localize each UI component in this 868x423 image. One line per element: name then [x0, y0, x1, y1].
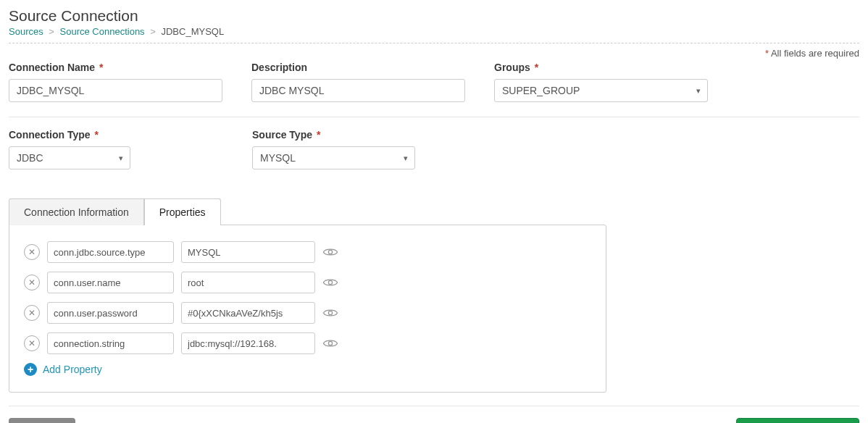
footer-actions: Cancel Update Connection	[9, 406, 859, 423]
breadcrumb: Sources > Source Connections > JDBC_MYSQ…	[9, 26, 859, 43]
property-key-input[interactable]	[47, 272, 174, 293]
breadcrumb-separator: >	[150, 26, 156, 37]
tab-properties[interactable]: Properties	[144, 198, 221, 225]
add-property-button[interactable]: + Add Property	[24, 363, 591, 376]
description-input[interactable]	[251, 79, 465, 102]
source-type-label: Source Type *	[252, 129, 415, 141]
property-value-input[interactable]	[181, 332, 315, 354]
property-row: ✕	[24, 302, 591, 324]
property-value-input[interactable]	[181, 272, 315, 293]
delete-property-button[interactable]: ✕	[24, 335, 40, 351]
groups-select[interactable]: SUPER_GROUP	[494, 79, 708, 102]
svg-point-1	[328, 280, 332, 284]
description-label: Description	[251, 62, 465, 73]
property-row: ✕	[24, 272, 591, 293]
property-row: ✕	[24, 241, 591, 263]
page-title: Source Connection	[9, 7, 859, 25]
connection-name-input[interactable]	[9, 79, 222, 102]
property-key-input[interactable]	[47, 332, 174, 354]
property-value-input[interactable]	[181, 241, 315, 263]
property-key-input[interactable]	[47, 302, 174, 324]
delete-property-button[interactable]: ✕	[24, 305, 40, 321]
tabs: Connection Information Properties	[9, 198, 859, 225]
breadcrumb-separator: >	[49, 26, 54, 37]
svg-point-2	[328, 311, 332, 314]
delete-property-button[interactable]: ✕	[24, 244, 40, 260]
add-property-label: Add Property	[43, 364, 102, 375]
properties-panel: ✕ ✕ ✕ ✕ + Add Property	[9, 225, 606, 393]
update-connection-button[interactable]: Update Connection	[736, 418, 859, 423]
required-fields-note: * All fields are required	[9, 48, 859, 59]
groups-label: Groups *	[494, 62, 708, 73]
eye-icon[interactable]	[322, 277, 338, 288]
eye-icon[interactable]	[322, 308, 338, 318]
connection-type-label: Connection Type *	[9, 129, 130, 141]
cancel-button[interactable]: Cancel	[9, 418, 75, 423]
plus-icon: +	[24, 363, 37, 376]
breadcrumb-link-source-connections[interactable]: Source Connections	[60, 26, 145, 37]
tab-connection-information[interactable]: Connection Information	[9, 198, 144, 225]
property-row: ✕	[24, 332, 591, 354]
svg-point-0	[328, 250, 332, 254]
connection-type-select[interactable]: JDBC	[9, 146, 130, 169]
delete-property-button[interactable]: ✕	[24, 275, 40, 290]
connection-name-label: Connection Name *	[9, 62, 222, 73]
svg-point-3	[328, 341, 332, 345]
eye-icon[interactable]	[322, 338, 338, 348]
eye-icon[interactable]	[322, 247, 338, 257]
property-value-input[interactable]	[181, 302, 315, 324]
source-type-select[interactable]: MYSQL	[252, 146, 415, 169]
breadcrumb-link-sources[interactable]: Sources	[9, 26, 43, 37]
breadcrumb-current: JDBC_MYSQL	[161, 26, 224, 37]
property-key-input[interactable]	[47, 241, 174, 263]
